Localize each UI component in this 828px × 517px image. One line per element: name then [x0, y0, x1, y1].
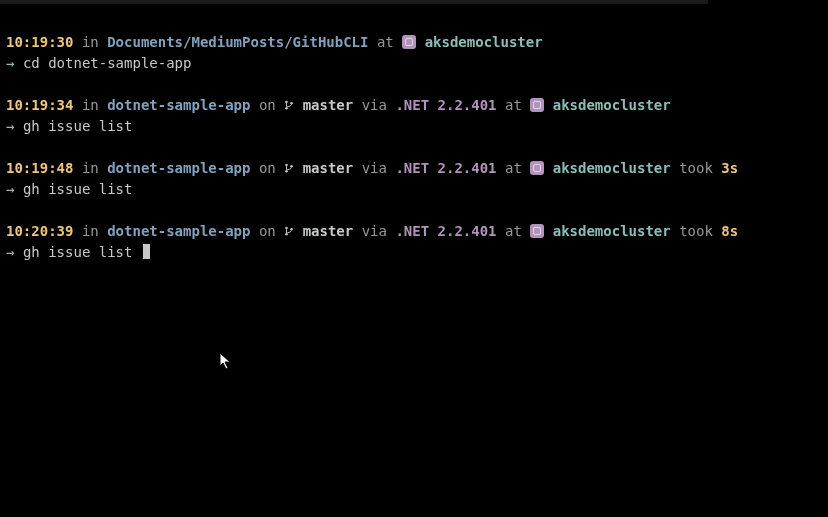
command-text: cd dotnet-sample-app [23, 55, 192, 71]
git-branch-icon [284, 223, 294, 239]
label-via: via [362, 97, 387, 113]
prompt-line: 10:19:30 in Documents/MediumPosts/GitHub… [6, 32, 822, 53]
svg-point-5 [290, 165, 293, 168]
mouse-pointer-icon [219, 352, 233, 372]
svg-point-8 [290, 228, 293, 231]
kube-icon [530, 98, 544, 112]
label-via: via [362, 160, 387, 176]
svg-point-0 [285, 101, 288, 104]
label-on: on [259, 97, 276, 113]
label-in: in [82, 160, 99, 176]
directory: dotnet-sample-app [107, 223, 250, 239]
label-in: in [82, 34, 99, 50]
prompt-arrow-icon: → [6, 181, 14, 197]
kube-context: aksdemocluster [553, 97, 671, 113]
kube-icon [530, 224, 544, 238]
prompt-block: 10:19:34 in dotnet-sample-app on master … [6, 95, 822, 137]
git-branch-icon [284, 97, 294, 113]
command-line: → cd dotnet-sample-app [6, 53, 822, 74]
prompt-arrow-icon: → [6, 244, 14, 260]
duration: 8s [721, 223, 738, 239]
directory: Documents/MediumPosts/GitHubCLI [107, 34, 368, 50]
command-line: → gh issue list [6, 179, 822, 200]
label-on: on [259, 160, 276, 176]
svg-point-2 [290, 102, 293, 105]
kube-context: aksdemocluster [553, 160, 671, 176]
terminal-output[interactable]: 10:19:30 in Documents/MediumPosts/GitHub… [6, 32, 822, 263]
label-at: at [505, 160, 522, 176]
runtime: .NET 2.2.401 [395, 160, 496, 176]
kube-context: aksdemocluster [425, 34, 543, 50]
runtime: .NET 2.2.401 [395, 223, 496, 239]
label-took: took [679, 223, 713, 239]
timestamp: 10:19:30 [6, 34, 73, 50]
command-line[interactable]: → gh issue list [6, 242, 822, 263]
prompt-arrow-icon: → [6, 118, 14, 134]
svg-point-3 [285, 164, 288, 167]
prompt-block: 10:19:30 in Documents/MediumPosts/GitHub… [6, 32, 822, 74]
directory: dotnet-sample-app [107, 97, 250, 113]
prompt-line: 10:19:34 in dotnet-sample-app on master … [6, 95, 822, 116]
directory: dotnet-sample-app [107, 160, 250, 176]
duration: 3s [721, 160, 738, 176]
label-on: on [259, 223, 276, 239]
label-at: at [505, 223, 522, 239]
label-took: took [679, 160, 713, 176]
git-branch: master [303, 223, 354, 239]
prompt-line: 10:20:39 in dotnet-sample-app on master … [6, 221, 822, 242]
prompt-block: 10:20:39 in dotnet-sample-app on master … [6, 221, 822, 263]
kube-icon [530, 161, 544, 175]
command-line: → gh issue list [6, 116, 822, 137]
label-at: at [505, 97, 522, 113]
runtime: .NET 2.2.401 [395, 97, 496, 113]
label-at: at [377, 34, 394, 50]
kube-context: aksdemocluster [553, 223, 671, 239]
timestamp: 10:19:34 [6, 97, 73, 113]
label-in: in [82, 97, 99, 113]
window-titlebar [0, 0, 708, 4]
git-branch-icon [284, 160, 294, 176]
timestamp: 10:19:48 [6, 160, 73, 176]
command-text: gh issue list [23, 118, 133, 134]
git-branch: master [303, 97, 354, 113]
timestamp: 10:20:39 [6, 223, 73, 239]
text-cursor [143, 244, 150, 259]
label-in: in [82, 223, 99, 239]
prompt-line: 10:19:48 in dotnet-sample-app on master … [6, 158, 822, 179]
command-text: gh issue list [23, 244, 133, 260]
label-via: via [362, 223, 387, 239]
git-branch: master [303, 160, 354, 176]
prompt-block: 10:19:48 in dotnet-sample-app on master … [6, 158, 822, 200]
command-text: gh issue list [23, 181, 133, 197]
svg-point-6 [285, 227, 288, 230]
kube-icon [402, 35, 416, 49]
prompt-arrow-icon: → [6, 55, 14, 71]
